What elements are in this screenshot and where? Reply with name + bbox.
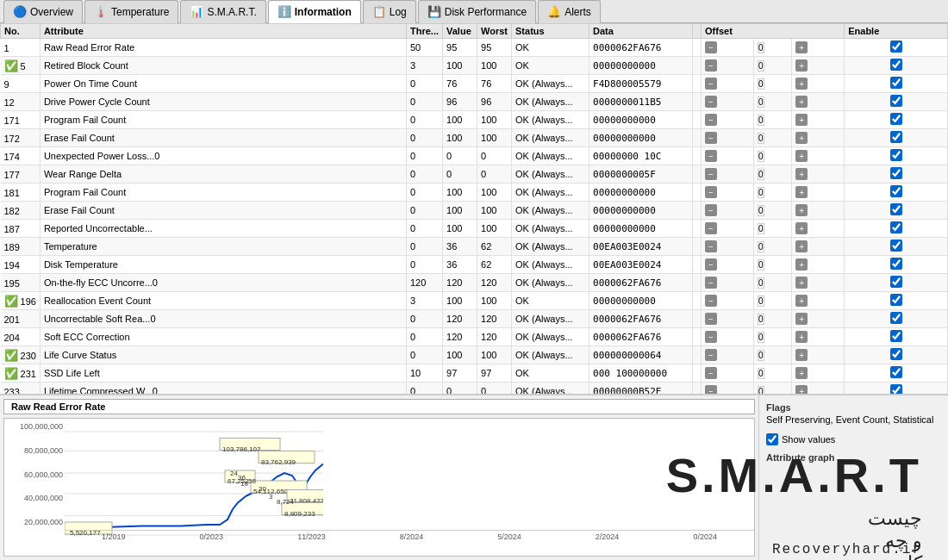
cell-offset-plus[interactable]: + (792, 165, 845, 184)
offset-minus-btn[interactable]: − (705, 150, 717, 162)
cell-offset-plus[interactable]: + (792, 93, 845, 111)
offset-minus-btn[interactable]: − (705, 96, 717, 108)
tab-log[interactable]: 📋 Log (363, 0, 416, 23)
offset-minus-btn[interactable]: − (705, 168, 717, 180)
cell-offset-plus[interactable]: + (792, 111, 845, 129)
cell-enable[interactable] (845, 238, 948, 256)
offset-minus-btn[interactable]: − (705, 331, 717, 343)
cell-offset-minus[interactable]: − (702, 346, 754, 364)
cell-enable[interactable] (845, 129, 948, 147)
cell-enable[interactable] (845, 220, 948, 238)
enable-checkbox[interactable] (890, 95, 902, 107)
cell-offset-minus[interactable]: − (702, 111, 754, 129)
enable-checkbox[interactable] (890, 348, 902, 360)
enable-checkbox[interactable] (890, 276, 902, 288)
cell-enable[interactable] (845, 93, 948, 111)
enable-checkbox[interactable] (890, 294, 902, 306)
offset-minus-btn[interactable]: − (705, 222, 717, 234)
offset-plus-btn[interactable]: + (795, 367, 808, 379)
offset-plus-btn[interactable]: + (795, 114, 808, 126)
offset-plus-btn[interactable]: + (795, 385, 808, 394)
offset-minus-btn[interactable]: − (705, 385, 717, 394)
cell-enable[interactable] (845, 147, 948, 165)
cell-offset-plus[interactable]: + (792, 129, 845, 147)
enable-checkbox[interactable] (890, 330, 902, 342)
offset-minus-btn[interactable]: − (705, 114, 717, 126)
offset-plus-btn[interactable]: + (795, 331, 808, 343)
enable-checkbox[interactable] (890, 59, 902, 71)
enable-checkbox[interactable] (890, 131, 902, 143)
offset-minus-btn[interactable]: − (705, 258, 717, 271)
cell-offset-plus[interactable]: + (792, 75, 845, 93)
enable-checkbox[interactable] (890, 203, 902, 215)
cell-offset-minus[interactable]: − (702, 184, 754, 202)
enable-checkbox[interactable] (890, 384, 902, 394)
offset-minus-btn[interactable]: − (705, 59, 717, 72)
cell-enable[interactable] (845, 111, 948, 129)
enable-checkbox[interactable] (890, 258, 902, 270)
tab-overview[interactable]: 🔵 Overview (3, 0, 83, 23)
cell-offset-minus[interactable]: − (702, 147, 754, 165)
cell-offset-plus[interactable]: + (792, 310, 845, 328)
offset-plus-btn[interactable]: + (795, 168, 808, 180)
cell-offset-minus[interactable]: − (702, 256, 754, 274)
cell-offset-plus[interactable]: + (792, 39, 845, 57)
cell-offset-plus[interactable]: + (792, 346, 845, 364)
cell-offset-plus[interactable]: + (792, 220, 845, 238)
cell-offset-minus[interactable]: − (702, 75, 754, 93)
cell-enable[interactable] (845, 310, 948, 328)
enable-checkbox[interactable] (890, 40, 902, 53)
offset-plus-btn[interactable]: + (795, 78, 808, 90)
cell-offset-minus[interactable]: − (702, 383, 754, 395)
offset-plus-btn[interactable]: + (795, 222, 808, 234)
tab-temperature[interactable]: 🌡️ Temperature (84, 0, 178, 23)
cell-offset-minus[interactable]: − (702, 220, 754, 238)
cell-offset-plus[interactable]: + (792, 184, 845, 202)
offset-plus-btn[interactable]: + (795, 41, 808, 53)
cell-offset-plus[interactable]: + (792, 292, 845, 310)
offset-plus-btn[interactable]: + (795, 277, 808, 289)
cell-offset-minus[interactable]: − (702, 310, 754, 328)
enable-checkbox[interactable] (890, 113, 902, 125)
cell-enable[interactable] (845, 184, 948, 202)
offset-minus-btn[interactable]: − (705, 367, 717, 379)
cell-enable[interactable] (845, 75, 948, 93)
offset-plus-btn[interactable]: + (795, 59, 808, 72)
cell-offset-minus[interactable]: − (702, 39, 754, 57)
enable-checkbox[interactable] (890, 77, 902, 89)
cell-enable[interactable] (845, 256, 948, 274)
cell-offset-minus[interactable]: − (702, 292, 754, 310)
cell-offset-minus[interactable]: − (702, 364, 754, 383)
cell-offset-minus[interactable]: − (702, 328, 754, 346)
offset-plus-btn[interactable]: + (795, 150, 808, 162)
offset-plus-btn[interactable]: + (795, 258, 808, 271)
offset-minus-btn[interactable]: − (705, 313, 717, 325)
cell-offset-plus[interactable]: + (792, 57, 845, 75)
cell-enable[interactable] (845, 383, 948, 395)
cell-enable[interactable] (845, 292, 948, 310)
offset-minus-btn[interactable]: − (705, 41, 717, 53)
cell-offset-minus[interactable]: − (702, 238, 754, 256)
offset-plus-btn[interactable]: + (795, 204, 808, 216)
enable-checkbox[interactable] (890, 312, 902, 324)
tab-alerts[interactable]: 🔔 Alerts (538, 0, 601, 23)
cell-offset-minus[interactable]: − (702, 274, 754, 292)
cell-enable[interactable] (845, 328, 948, 346)
cell-enable[interactable] (845, 346, 948, 364)
tab-diskperf[interactable]: 💾 Disk Performance (418, 0, 536, 23)
offset-plus-btn[interactable]: + (795, 132, 808, 144)
cell-offset-plus[interactable]: + (792, 238, 845, 256)
offset-minus-btn[interactable]: − (705, 349, 717, 361)
enable-checkbox[interactable] (890, 167, 902, 179)
cell-offset-plus[interactable]: + (792, 364, 845, 383)
cell-offset-plus[interactable]: + (792, 202, 845, 220)
enable-checkbox[interactable] (890, 221, 902, 233)
cell-offset-minus[interactable]: − (702, 93, 754, 111)
cell-enable[interactable] (845, 274, 948, 292)
cell-enable[interactable] (845, 39, 948, 57)
cell-offset-plus[interactable]: + (792, 274, 845, 292)
cell-offset-plus[interactable]: + (792, 147, 845, 165)
enable-checkbox[interactable] (890, 185, 902, 197)
tab-smart[interactable]: 📊 S.M.A.R.T. (180, 0, 265, 23)
offset-plus-btn[interactable]: + (795, 295, 808, 307)
